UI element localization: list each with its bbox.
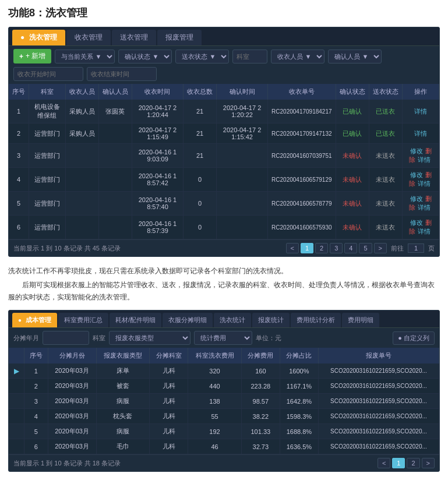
next-page-btn[interactable]: > xyxy=(374,243,387,253)
cell-dept: 儿科 xyxy=(150,394,188,409)
cell-collect-time: 2020-04-16 1 9:03:09 xyxy=(132,144,183,168)
discard-type-filter[interactable]: 报废衣服类型 xyxy=(109,331,191,345)
cell-seq: 4 xyxy=(9,168,29,192)
cost-page-btn-2[interactable]: 2 xyxy=(407,458,419,468)
relation-filter[interactable]: 与当前关系 ▼ xyxy=(55,50,115,63)
cost-panel: ● 成本管理 科室费用汇总 耗材/配件明细 衣服分摊明细 洗衣统计 报废统计 费… xyxy=(8,310,440,472)
cell-receiver xyxy=(65,216,98,239)
action-详情[interactable]: 详情 xyxy=(418,228,431,235)
tab-send-management[interactable]: 送衣管理 xyxy=(112,30,156,45)
cell-send-status: 未送衣 xyxy=(369,144,402,168)
cost-next-page-btn[interactable]: > xyxy=(422,458,435,468)
cost-table-row: 6 2020年03月 毛巾 儿科 46 32.73 1636.5% SCO202… xyxy=(9,439,439,454)
cell-ratio: 1688.8% xyxy=(280,424,318,439)
action-修改[interactable]: 修改 xyxy=(410,219,423,226)
page-btn-1[interactable]: 1 xyxy=(301,243,313,253)
cell-fee: 440 xyxy=(188,379,242,394)
cell-confirm-time xyxy=(217,144,268,168)
cost-prev-page-btn[interactable]: < xyxy=(378,458,390,468)
col-total: 收衣总数 xyxy=(184,84,217,100)
cell-actions: 详情 xyxy=(402,123,439,144)
tab-consumable-detail[interactable]: 耗材/配件明细 xyxy=(110,313,161,327)
prev-page-btn[interactable]: < xyxy=(286,243,299,253)
page-btn-4[interactable]: 4 xyxy=(344,243,357,253)
tab-fee-analysis[interactable]: 费用统计分析 xyxy=(291,313,341,327)
cell-month: 2020年03月 xyxy=(48,439,96,454)
tab-laundry-management[interactable]: ● 洗衣管理 xyxy=(12,30,65,45)
expand-btn[interactable]: ▶ xyxy=(12,367,20,375)
laundry-table-row: 4 运营部门 2020-04-16 1 8:57:42 0 RC20200416… xyxy=(9,168,439,192)
pagination-2: < 1 2 > xyxy=(378,458,435,468)
tab-discard-stats[interactable]: 报废统计 xyxy=(252,313,290,327)
cell-send-status: 未送衣 xyxy=(369,168,402,192)
receiver-filter[interactable]: 收衣人员 ▼ xyxy=(271,50,324,63)
cell-alloc-fee: 223.28 xyxy=(241,379,280,394)
cell-alloc-fee: 160 xyxy=(241,363,280,379)
tab-discard-management[interactable]: 报废管理 xyxy=(157,30,202,45)
tab-clothes-alloc-detail[interactable]: 衣服分摊明细 xyxy=(163,313,213,327)
cell-ratio: 1167.1% xyxy=(280,379,318,394)
cost-record-info: 当前显示 1 到 10 条记录 共 18 条记录 xyxy=(13,459,121,468)
cell-confirm-time xyxy=(217,216,268,239)
cell-confirmer xyxy=(98,123,132,144)
end-date-input[interactable] xyxy=(87,67,157,81)
tab-cost-management[interactable]: ● 成本管理 xyxy=(12,313,57,327)
cost-table-row: ▶ 1 2020年03月 床单 儿科 320 160 1600% SCO2020… xyxy=(9,363,439,379)
cell-seq: 4 xyxy=(24,409,48,424)
page-btn-3[interactable]: 3 xyxy=(330,243,343,253)
new-button[interactable]: + 新增 xyxy=(13,49,51,63)
send-status-filter[interactable]: 送衣状态 ▼ xyxy=(175,50,229,63)
page-btn-5[interactable]: 5 xyxy=(359,243,372,253)
laundry-table: 序号 科室 收衣人员 确认人员 收衣时间 收衣总数 确认时间 收衣单号 确认状态… xyxy=(9,84,439,239)
tab-laundry-stats[interactable]: 洗衣统计 xyxy=(214,313,251,327)
cell-expand xyxy=(9,424,24,439)
cell-order: SCO2020031610221659,SCO2020... xyxy=(318,439,439,454)
cell-month: 2020年03月 xyxy=(48,379,96,394)
tab-fee-detail[interactable]: 费用明细 xyxy=(342,313,379,327)
cell-seq: 5 xyxy=(24,424,48,439)
cost-col-type: 报废衣服类型 xyxy=(96,348,150,363)
action-详情[interactable]: 详情 xyxy=(418,156,431,163)
action-详情[interactable]: 详情 xyxy=(414,130,427,137)
action-详情[interactable]: 详情 xyxy=(418,180,431,187)
cell-expand: ▶ xyxy=(9,363,24,379)
cell-actions: 修改删除详情 xyxy=(402,216,439,239)
cell-confirm-status: 未确认 xyxy=(336,144,369,168)
cell-order: SCO2020031610221659,SCO2020... xyxy=(318,363,439,379)
cell-fee: 46 xyxy=(188,439,242,454)
action-详情[interactable]: 详情 xyxy=(418,204,431,211)
dept-input[interactable] xyxy=(232,50,267,63)
laundry-table-row: 6 运营部门 2020-04-16 1 8:57:39 0 RC20200416… xyxy=(9,216,439,239)
cell-confirmer: 张圆英 xyxy=(98,100,132,123)
cell-alloc-fee: 38.22 xyxy=(241,409,280,424)
cost-table-row: 2 2020年03月 被套 儿科 440 223.28 1167.1% SCO2… xyxy=(9,379,439,394)
cost-page-btn-1[interactable]: 1 xyxy=(392,458,405,468)
action-详情[interactable]: 详情 xyxy=(414,108,427,115)
month-input[interactable] xyxy=(43,331,89,345)
custom-col-btn[interactable]: ● 自定义列 xyxy=(393,331,435,345)
cell-ratio: 1598.3% xyxy=(280,409,318,424)
fee-type-filter[interactable]: 统计费用 xyxy=(194,331,252,345)
cell-send-status: 未送衣 xyxy=(369,192,402,216)
page-btn-2[interactable]: 2 xyxy=(315,243,328,253)
cost-table-row: 5 2020年03月 病服 儿科 192 101.33 1688.8% SCO2… xyxy=(9,424,439,439)
cell-alloc-fee: 98.57 xyxy=(241,394,280,409)
goto-input[interactable] xyxy=(408,243,424,253)
cell-collect-time: 2020-04-16 1 8:57:39 xyxy=(132,216,183,239)
cell-collect-time: 2020-04-17 2 1:15:49 xyxy=(132,123,183,144)
confirm-status-filter[interactable]: 确认状态 ▼ xyxy=(118,50,172,63)
cell-seq: 1 xyxy=(24,363,48,379)
tab-dept-fee-summary[interactable]: 科室费用汇总 xyxy=(58,313,108,327)
cell-order: SCO2020031610221659,SCO2020... xyxy=(318,424,439,439)
cell-type: 病服 xyxy=(96,394,150,409)
confirmer-filter[interactable]: 确认人员 ▼ xyxy=(328,50,382,63)
action-修改[interactable]: 修改 xyxy=(410,147,423,154)
action-修改[interactable]: 修改 xyxy=(410,195,423,202)
cost-table: 序号 分摊月份 报废衣服类型 分摊科室 科室洗衣费用 分摊费用 分摊占比 报废单… xyxy=(9,348,439,454)
cell-confirm-time: 2020-04-17 2 1:15:42 xyxy=(217,123,268,144)
action-修改[interactable]: 修改 xyxy=(410,171,423,178)
table-footer-1: 当前显示 1 到 10 条记录 共 45 条记录 < 1 2 3 4 5 > 前… xyxy=(9,239,439,256)
tab-receive-management[interactable]: 收衣管理 xyxy=(66,30,111,45)
cell-seq: 2 xyxy=(24,379,48,394)
start-date-input[interactable] xyxy=(13,67,83,81)
